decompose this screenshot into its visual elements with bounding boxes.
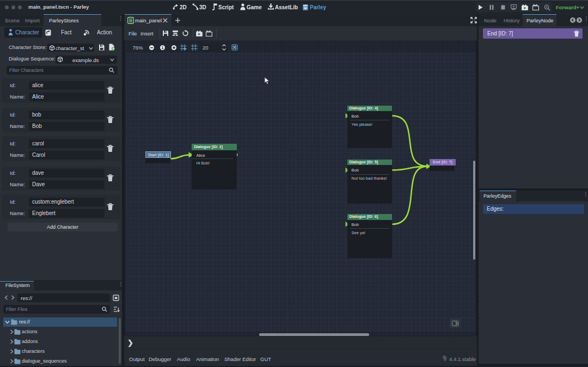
svg-text:1: 1 <box>162 46 164 50</box>
